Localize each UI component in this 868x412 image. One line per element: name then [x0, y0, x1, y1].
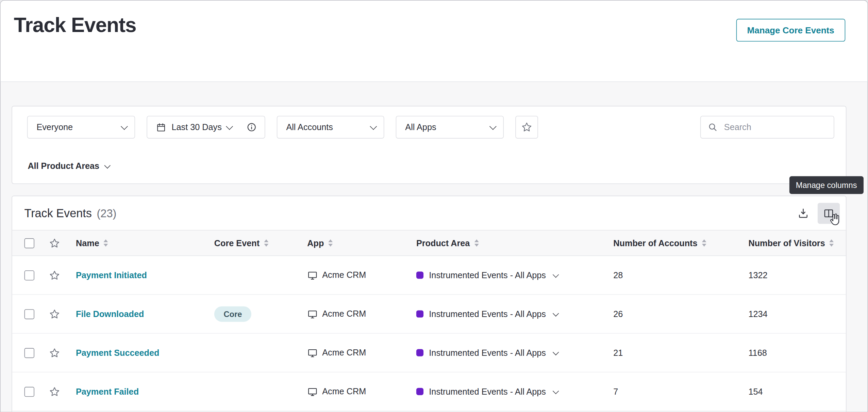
calendar-icon: [156, 122, 166, 132]
monitor-icon: [307, 347, 322, 358]
chevron-down-icon: [104, 162, 110, 169]
product-area-dropdown[interactable]: Instrumented Events - All Apps: [416, 309, 558, 319]
star-icon: [521, 121, 533, 133]
favorites-filter-button[interactable]: [515, 116, 538, 139]
favorite-star-icon[interactable]: [49, 386, 60, 397]
app-cell: Acme CRM: [307, 270, 366, 281]
product-area-label: Instrumented Events - All Apps: [429, 309, 546, 319]
monitor-icon: [307, 270, 322, 281]
table-title-text: Track Events: [24, 206, 92, 220]
table-title: Track Events (23): [24, 206, 117, 220]
app-name: Acme CRM: [322, 348, 366, 358]
info-icon[interactable]: [246, 122, 257, 132]
manage-columns-button[interactable]: [818, 203, 840, 224]
row-checkbox[interactable]: [24, 309, 34, 319]
table-row-count: (23): [97, 207, 116, 220]
filter-bar: Everyone Last 30 Days All Accounts All A…: [12, 106, 846, 184]
product-area-color-swatch: [416, 271, 423, 279]
accounts-count: 21: [613, 348, 623, 358]
app-cell: Acme CRM: [307, 309, 366, 319]
star-column-icon[interactable]: [49, 237, 60, 249]
chevron-down-icon: [553, 310, 559, 316]
product-area-color-swatch: [416, 310, 423, 317]
visitors-count: 1234: [748, 309, 767, 319]
column-header-number-of-visitors[interactable]: Number of Visitors: [748, 238, 834, 248]
column-header-number-of-accounts[interactable]: Number of Accounts: [613, 238, 706, 248]
sort-icon[interactable]: [702, 239, 706, 247]
product-area-label: Instrumented Events - All Apps: [429, 270, 546, 280]
row-checkbox[interactable]: [24, 348, 34, 358]
page-header: Track Events Manage Core Events: [1, 1, 868, 82]
chevron-down-icon: [553, 387, 559, 394]
app-cell: Acme CRM: [307, 347, 366, 358]
sort-icon[interactable]: [264, 239, 268, 247]
accounts-count: 26: [613, 309, 623, 319]
product-area-label: Instrumented Events - All Apps: [429, 348, 546, 358]
visitors-count: 1168: [748, 348, 767, 358]
search-icon: [707, 122, 718, 132]
sort-icon[interactable]: [104, 239, 108, 247]
column-header-core-event[interactable]: Core Event: [214, 238, 268, 248]
column-header-product-area[interactable]: Product Area: [416, 238, 479, 248]
row-checkbox[interactable]: [24, 270, 34, 280]
app-cell: Acme CRM: [307, 386, 366, 397]
core-badge: Core: [214, 306, 251, 322]
favorite-star-icon[interactable]: [49, 347, 60, 359]
filter-controls: Everyone Last 30 Days All Accounts All A…: [27, 116, 538, 139]
monitor-icon: [307, 386, 322, 397]
column-header-app[interactable]: App: [307, 238, 333, 248]
segment-dropdown[interactable]: Everyone: [27, 116, 135, 139]
product-area-label: Instrumented Events - All Apps: [429, 386, 546, 396]
event-name-link[interactable]: Payment Succeeded: [76, 348, 159, 358]
visitors-count: 1322: [748, 270, 767, 280]
apps-dropdown-label: All Apps: [405, 122, 485, 132]
chevron-down-icon: [370, 123, 377, 130]
accounts-count: 28: [613, 270, 623, 280]
app-name: Acme CRM: [322, 270, 366, 280]
app-name: Acme CRM: [322, 386, 366, 396]
product-area-color-swatch: [416, 349, 423, 356]
event-name-link[interactable]: File Downloaded: [76, 309, 144, 319]
search-box[interactable]: [700, 116, 834, 139]
date-range-dropdown[interactable]: Last 30 Days: [147, 116, 265, 139]
table-header-row: Name Core Event App Product Area Number …: [12, 230, 846, 256]
accounts-count: 7: [613, 386, 618, 396]
row-checkbox[interactable]: [24, 386, 34, 396]
apps-dropdown[interactable]: All Apps: [396, 116, 504, 139]
product-areas-label: All Product Areas: [28, 161, 99, 171]
product-area-dropdown[interactable]: Instrumented Events - All Apps: [416, 270, 558, 280]
accounts-dropdown[interactable]: All Accounts: [277, 116, 384, 139]
sort-icon[interactable]: [328, 239, 333, 247]
track-events-page: Track Events Manage Core Events Everyone…: [0, 0, 868, 412]
chevron-down-icon: [553, 271, 559, 278]
accounts-dropdown-label: All Accounts: [286, 122, 365, 132]
event-name-link[interactable]: Payment Initiated: [76, 270, 147, 280]
manage-core-events-button[interactable]: Manage Core Events: [736, 19, 845, 42]
select-all-checkbox[interactable]: [24, 238, 34, 248]
table-row: File Downloaded Core Acme CRM Instrument…: [12, 295, 846, 334]
table-row: Payment Failed Acme CRM Instrumented Eve…: [12, 373, 846, 411]
date-range-label: Last 30 Days: [172, 122, 222, 132]
event-name-link[interactable]: Payment Failed: [76, 386, 139, 396]
columns-icon: [823, 208, 834, 219]
product-area-dropdown[interactable]: Instrumented Events - All Apps: [416, 348, 558, 358]
table-row: Payment Succeeded Acme CRM Instrumented …: [12, 334, 846, 373]
sort-icon[interactable]: [474, 239, 479, 247]
sort-icon[interactable]: [830, 239, 834, 247]
segment-dropdown-label: Everyone: [36, 122, 116, 132]
chevron-down-icon: [226, 123, 233, 130]
favorite-star-icon[interactable]: [49, 308, 60, 320]
app-name: Acme CRM: [322, 309, 366, 319]
monitor-icon: [307, 309, 322, 319]
download-icon[interactable]: [796, 206, 810, 220]
manage-columns-tooltip: Manage columns: [789, 176, 864, 194]
product-areas-dropdown[interactable]: All Product Areas: [28, 155, 109, 177]
chevron-down-icon: [121, 123, 128, 130]
product-area-dropdown[interactable]: Instrumented Events - All Apps: [416, 386, 558, 396]
column-header-name[interactable]: Name: [76, 238, 108, 248]
chevron-down-icon: [553, 349, 559, 355]
search-input[interactable]: [723, 122, 822, 133]
visitors-count: 154: [748, 386, 763, 396]
favorite-star-icon[interactable]: [49, 269, 60, 281]
chevron-down-icon: [489, 123, 497, 130]
